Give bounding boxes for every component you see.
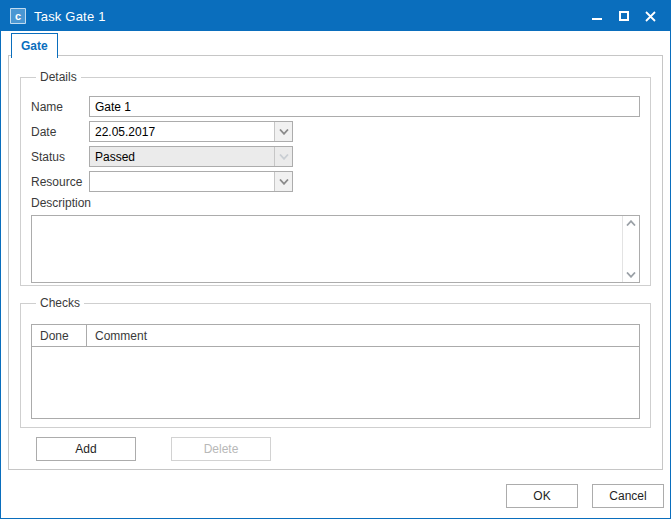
task-gate-dialog: c Task Gate 1 Gate Details Name — [0, 0, 671, 519]
tab-gate[interactable]: Gate — [11, 33, 58, 58]
maximize-icon — [619, 11, 629, 21]
status-combobox — [89, 146, 293, 167]
status-field-row: Status — [31, 146, 640, 167]
chevron-down-icon — [279, 129, 289, 135]
name-field-row: Name — [31, 96, 640, 117]
status-input — [90, 147, 274, 166]
resource-label: Resource — [31, 175, 89, 189]
status-label: Status — [31, 150, 89, 164]
resource-combobox — [89, 171, 293, 192]
checks-table: Done Comment — [31, 324, 640, 419]
description-scrollbar[interactable] — [622, 216, 639, 282]
status-dropdown-button — [274, 147, 292, 166]
scroll-up-icon — [626, 220, 636, 226]
tab-strip: Gate — [1, 31, 670, 57]
add-button[interactable]: Add — [36, 437, 136, 461]
description-label: Description — [31, 196, 640, 210]
column-header-done: Done — [32, 325, 87, 346]
tab-page-gate: Details Name Date Status — [8, 55, 663, 470]
date-field-row: Date — [31, 121, 640, 142]
checks-table-header: Done Comment — [32, 325, 639, 347]
checks-legend: Checks — [36, 296, 84, 310]
scroll-down-icon — [626, 272, 636, 278]
checks-table-body[interactable] — [32, 347, 639, 419]
name-input[interactable] — [89, 96, 640, 117]
name-label: Name — [31, 100, 89, 114]
ok-button[interactable]: OK — [506, 484, 578, 508]
close-button[interactable] — [637, 1, 664, 31]
minimize-button[interactable] — [583, 1, 610, 31]
details-group: Details Name Date Status — [20, 70, 651, 286]
delete-button[interactable]: Delete — [171, 437, 271, 461]
description-textarea[interactable] — [32, 216, 639, 282]
date-input[interactable] — [90, 122, 274, 141]
chevron-down-icon — [279, 154, 289, 160]
date-label: Date — [31, 125, 89, 139]
date-combobox — [89, 121, 293, 142]
minimize-icon — [592, 18, 602, 20]
resource-input[interactable] — [90, 172, 274, 191]
cancel-button[interactable]: Cancel — [592, 484, 664, 508]
date-dropdown-button[interactable] — [274, 122, 292, 141]
close-icon — [645, 11, 656, 22]
chevron-down-icon — [279, 179, 289, 185]
app-icon: c — [10, 8, 26, 24]
checks-actions: Add Delete — [36, 437, 271, 461]
window-title: Task Gate 1 — [34, 9, 106, 24]
resource-dropdown-button[interactable] — [274, 172, 292, 191]
window-controls — [583, 1, 664, 31]
column-header-comment: Comment — [87, 325, 639, 346]
titlebar: c Task Gate 1 — [1, 1, 670, 31]
maximize-button[interactable] — [610, 1, 637, 31]
resource-field-row: Resource — [31, 171, 640, 192]
details-legend: Details — [36, 70, 81, 84]
checks-group: Checks Done Comment — [20, 296, 651, 428]
app-icon-letter: c — [15, 11, 21, 22]
description-field — [31, 215, 640, 283]
